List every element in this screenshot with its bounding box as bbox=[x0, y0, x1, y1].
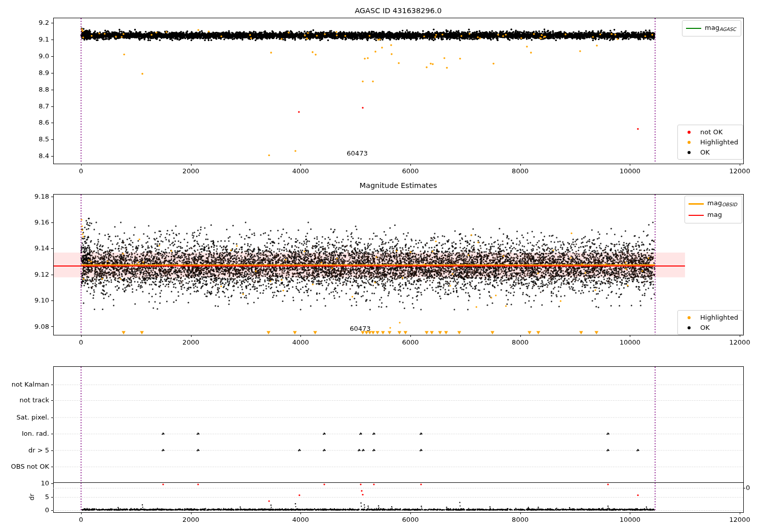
legend-label: magOBSID bbox=[707, 199, 737, 209]
plots-canvas bbox=[0, 0, 760, 532]
legend-item-highlighted: Highlighted bbox=[681, 313, 738, 322]
orange-line-icon bbox=[689, 203, 704, 205]
legend-label: magAGASC bbox=[705, 23, 736, 33]
orange-dot-icon bbox=[688, 141, 691, 144]
orange-dot-icon bbox=[688, 316, 691, 319]
panel2-line-legend: magOBSID mag bbox=[685, 196, 742, 223]
mag-agasc-line-swatch bbox=[686, 28, 701, 29]
legend-item-ok: OK bbox=[681, 148, 738, 157]
panel1-marker-legend: not OK Highlighted OK bbox=[677, 125, 743, 160]
panel2-marker-legend: Highlighted OK bbox=[677, 310, 743, 335]
legend-label: OK bbox=[700, 148, 710, 157]
black-dot-icon bbox=[688, 151, 691, 154]
legend-label: OK bbox=[700, 323, 710, 332]
black-dot-icon bbox=[688, 326, 691, 329]
legend-label: Highlighted bbox=[700, 138, 738, 146]
legend-item-mag: mag bbox=[689, 210, 737, 220]
red-line-icon bbox=[689, 215, 704, 216]
red-dot-icon bbox=[688, 131, 691, 134]
green-line-icon bbox=[686, 28, 701, 29]
legend-label: Highlighted bbox=[700, 313, 738, 322]
legend-item-not-ok: not OK bbox=[681, 128, 738, 136]
legend-item-mag-agasc: magAGASC bbox=[686, 23, 736, 33]
legend-item-ok: OK bbox=[681, 323, 738, 332]
legend-label: mag bbox=[707, 210, 722, 220]
legend-item-mag-obsid: magOBSID bbox=[689, 199, 737, 209]
panel1-line-legend: magAGASC bbox=[682, 20, 741, 36]
legend-label: not OK bbox=[700, 128, 723, 136]
legend-item-highlighted: Highlighted bbox=[681, 138, 738, 146]
